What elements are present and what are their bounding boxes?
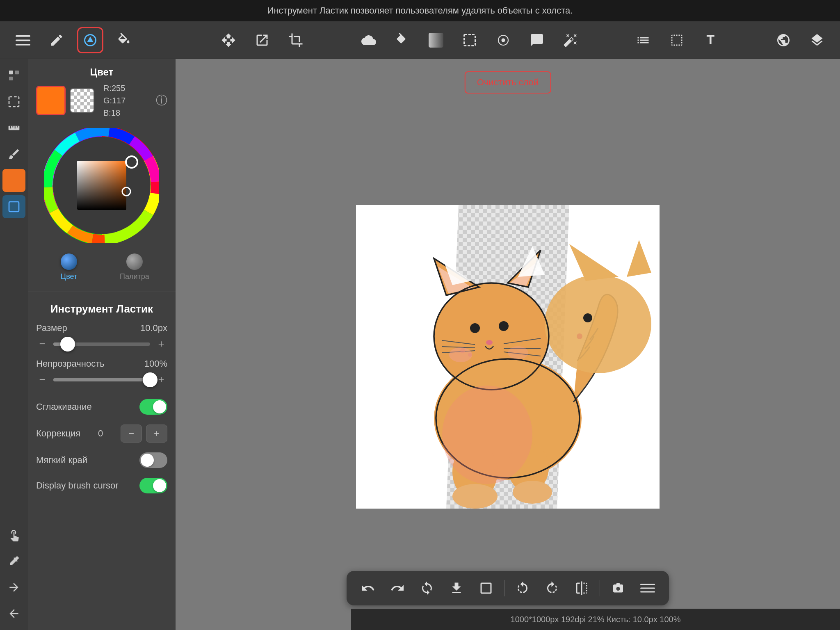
eraser-tool-button[interactable] bbox=[77, 27, 103, 53]
bottom-floating-toolbar bbox=[347, 571, 669, 605]
opacity-thumb[interactable] bbox=[143, 372, 158, 387]
globe-button[interactable] bbox=[770, 27, 797, 53]
display-brush-cursor-row: Display brush cursor bbox=[28, 473, 176, 498]
lasso-button[interactable] bbox=[356, 27, 382, 53]
left-toolbar bbox=[0, 59, 28, 630]
layer-color-preview[interactable] bbox=[2, 169, 25, 192]
soft-edge-toggle[interactable] bbox=[139, 452, 167, 468]
redo-button[interactable] bbox=[384, 575, 411, 601]
primary-color-swatch[interactable] bbox=[36, 86, 66, 115]
tab-color[interactable]: Цвет bbox=[36, 249, 102, 285]
move-tool-button[interactable] bbox=[215, 27, 242, 53]
camera-button[interactable] bbox=[605, 575, 631, 601]
top-info-bar: Инструмент Ластик позволяет пользователя… bbox=[0, 0, 840, 21]
color-wheel[interactable] bbox=[44, 128, 159, 243]
color-picker-button[interactable] bbox=[490, 27, 516, 53]
soft-edge-knob bbox=[141, 454, 154, 467]
forward-button[interactable] bbox=[2, 576, 25, 599]
smoothing-toggle[interactable] bbox=[139, 399, 167, 415]
rotate-ccw-button[interactable] bbox=[509, 575, 536, 601]
opacity-decrease[interactable]: − bbox=[36, 373, 48, 386]
fill-tool-button[interactable] bbox=[111, 27, 137, 53]
more-button[interactable] bbox=[635, 575, 661, 601]
text-button[interactable]: T bbox=[697, 27, 724, 53]
smart-button[interactable] bbox=[524, 27, 550, 53]
color-info-button[interactable]: ⓘ bbox=[156, 93, 167, 108]
size-increase[interactable]: + bbox=[155, 338, 167, 350]
secondary-color-swatch[interactable] bbox=[70, 88, 94, 113]
panel-divider bbox=[28, 292, 176, 292]
svg-rect-21 bbox=[77, 161, 126, 210]
gradient-button[interactable] bbox=[423, 27, 449, 53]
status-text: 1000*1000px 192dpi 21% Кисть: 10.0px 100… bbox=[511, 615, 681, 624]
magic-button[interactable] bbox=[557, 27, 584, 53]
status-bar: 1000*1000px 192dpi 21% Кисть: 10.0px 100… bbox=[351, 609, 840, 630]
size-track[interactable] bbox=[53, 342, 150, 346]
opacity-slider-row: Непрозрачность 100% − + bbox=[28, 358, 176, 394]
size-decrease[interactable]: − bbox=[36, 338, 48, 350]
side-panel: Цвет R:255 G:117 B:18 ⓘ bbox=[28, 59, 176, 630]
color-tab-label: Цвет bbox=[61, 272, 77, 281]
crop-canvas-button[interactable] bbox=[473, 575, 499, 601]
svg-rect-81 bbox=[640, 584, 655, 585]
menu-button[interactable] bbox=[10, 27, 36, 53]
svg-point-61 bbox=[452, 484, 498, 509]
layers-btn1[interactable] bbox=[630, 27, 656, 53]
svg-rect-4 bbox=[464, 34, 475, 46]
svg-point-62 bbox=[513, 481, 552, 504]
left-brush-button[interactable] bbox=[2, 143, 25, 166]
display-brush-cursor-knob bbox=[153, 479, 166, 492]
top-bar-text: Инструмент Ластик позволяет пользователя… bbox=[267, 5, 573, 16]
save-button[interactable] bbox=[443, 575, 470, 601]
size-thumb[interactable] bbox=[60, 337, 75, 352]
svg-rect-82 bbox=[640, 588, 655, 589]
svg-point-66 bbox=[583, 313, 592, 322]
color-section-title: Цвет bbox=[28, 59, 176, 82]
layer-blue-preview[interactable] bbox=[2, 195, 25, 218]
smoothing-label: Сглаживание bbox=[36, 402, 92, 412]
canvas-svg bbox=[356, 205, 660, 509]
correction-value: 0 bbox=[98, 428, 103, 439]
rgb-g: G:117 bbox=[103, 94, 126, 107]
canvas-background[interactable] bbox=[356, 205, 660, 509]
crop-button[interactable] bbox=[283, 27, 309, 53]
left-layers-button[interactable] bbox=[2, 64, 25, 87]
flip-button[interactable] bbox=[568, 575, 595, 601]
tab-palette[interactable]: Палитра bbox=[102, 249, 167, 285]
correction-increase[interactable]: + bbox=[146, 425, 167, 443]
transform-button[interactable] bbox=[249, 27, 275, 53]
correction-buttons: − + bbox=[121, 425, 167, 443]
eyedropper-button[interactable] bbox=[2, 550, 25, 573]
hand-tool-button[interactable] bbox=[2, 523, 25, 546]
canvas-wrapper[interactable] bbox=[356, 205, 660, 509]
pencil-tool-button[interactable] bbox=[43, 27, 70, 53]
main-toolbar: T bbox=[0, 21, 840, 59]
svg-rect-3 bbox=[429, 33, 443, 48]
svg-rect-7 bbox=[9, 71, 13, 74]
color-wheel-container[interactable] bbox=[28, 124, 176, 249]
undo-button[interactable] bbox=[355, 575, 381, 601]
rect-select-button[interactable] bbox=[457, 27, 483, 53]
smoothing-row: Сглаживание bbox=[28, 394, 176, 420]
back-button[interactable] bbox=[2, 602, 25, 625]
left-ruler-button[interactable] bbox=[2, 116, 25, 139]
refresh-button[interactable] bbox=[414, 575, 440, 601]
rotate-cw-button[interactable] bbox=[539, 575, 565, 601]
correction-decrease[interactable]: − bbox=[121, 425, 142, 443]
layers-button[interactable] bbox=[804, 27, 830, 53]
left-select-button[interactable] bbox=[2, 90, 25, 113]
svg-rect-83 bbox=[640, 591, 655, 593]
clear-layer-button[interactable]: Очистить слой bbox=[465, 71, 551, 94]
opacity-track[interactable] bbox=[53, 378, 150, 381]
display-brush-cursor-label: Display brush cursor bbox=[36, 480, 119, 491]
opacity-fill bbox=[53, 378, 150, 381]
svg-rect-11 bbox=[9, 126, 20, 130]
svg-point-76 bbox=[442, 386, 532, 484]
correction-label: Коррекция bbox=[36, 428, 80, 439]
select-all-button[interactable] bbox=[664, 27, 690, 53]
svg-rect-1 bbox=[16, 39, 30, 41]
rgb-r: R:255 bbox=[103, 82, 126, 94]
svg-rect-79 bbox=[616, 583, 620, 585]
display-brush-cursor-toggle[interactable] bbox=[139, 478, 167, 493]
bucket-button[interactable] bbox=[389, 27, 415, 53]
